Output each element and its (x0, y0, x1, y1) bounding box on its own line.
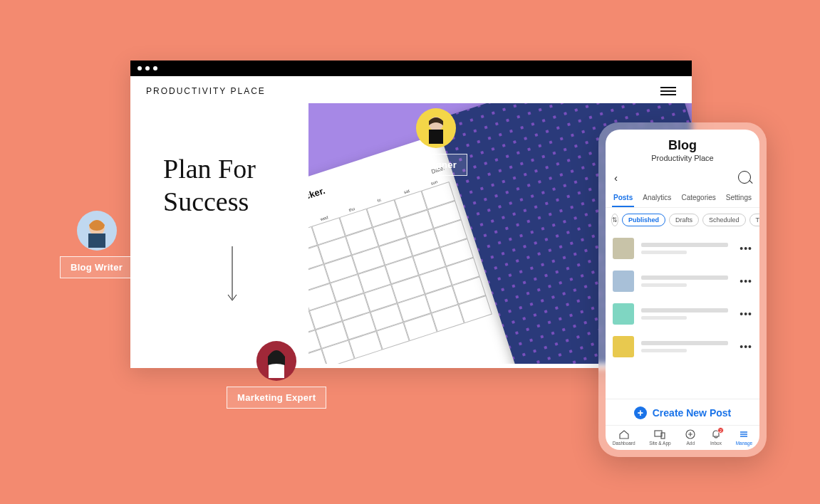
hero-left-panel: Plan For Success (130, 103, 308, 364)
site-header: PRODUCTIVITY PLACE (130, 76, 692, 103)
list-item[interactable]: ••• (613, 232, 752, 265)
tabbar-add[interactable]: Add (685, 429, 696, 446)
persona-designer: Designer (405, 108, 467, 176)
filter-icon[interactable]: ⇅ (611, 214, 618, 226)
tab-settings[interactable]: Settings (725, 191, 753, 207)
menu-lines-icon (738, 429, 749, 439)
persona-label: Blog Writer (60, 256, 133, 278)
plus-icon: + (634, 406, 647, 419)
mobile-subtitle: Productivity Place (606, 154, 759, 162)
home-icon (618, 429, 630, 439)
hero-line2: Success (163, 187, 249, 216)
mobile-nav-row: ‹ (606, 165, 759, 187)
tab-analytics[interactable]: Analytics (641, 191, 673, 207)
svg-rect-6 (269, 364, 284, 378)
mobile-post-list: ••• ••• ••• ••• (606, 232, 759, 399)
more-icon[interactable]: ••• (739, 308, 752, 320)
more-icon[interactable]: ••• (739, 243, 752, 254)
arrow-down-icon (227, 246, 237, 303)
devices-icon (654, 429, 665, 439)
persona-marketing-expert: Marketing Expert (227, 341, 326, 409)
back-icon[interactable]: ‹ (614, 172, 618, 184)
tab-categories[interactable]: Categories (680, 191, 717, 207)
post-thumbnail (613, 336, 634, 357)
svg-rect-2 (429, 130, 443, 144)
search-icon[interactable] (738, 171, 751, 184)
filter-drafts[interactable]: Drafts (669, 214, 699, 226)
post-text-placeholder (641, 275, 732, 287)
filter-scheduled[interactable]: Scheduled (702, 214, 746, 226)
avatar (256, 341, 296, 381)
post-thumbnail (613, 238, 634, 259)
traffic-light-dot (145, 66, 150, 70)
mobile-title: Blog (606, 138, 759, 153)
filter-trash[interactable]: Trash (749, 214, 759, 226)
traffic-light-dot (153, 66, 157, 70)
bell-icon: 2 (710, 429, 722, 439)
mobile-preview: Blog Productivity Place ‹ Posts Analytic… (598, 122, 767, 457)
persona-label: Designer (405, 154, 467, 176)
traffic-light-dot (137, 66, 142, 70)
list-item[interactable]: ••• (613, 298, 752, 330)
mobile-tabs: Posts Analytics Categories Settings (606, 187, 759, 208)
create-post-label: Create New Post (653, 407, 731, 419)
mobile-screen: Blog Productivity Place ‹ Posts Analytic… (606, 130, 759, 450)
create-post-button[interactable]: + Create New Post (606, 399, 759, 425)
mobile-tabbar: Dashboard Site & App Add 2 Inbox Manage (606, 425, 759, 450)
persona-blog-writer: Blog Writer (60, 211, 133, 278)
list-item[interactable]: ••• (613, 265, 752, 298)
avatar (77, 211, 117, 251)
tabbar-dashboard[interactable]: Dashboard (613, 429, 635, 446)
menu-icon[interactable] (660, 87, 676, 95)
tabbar-inbox[interactable]: 2 Inbox (710, 429, 722, 446)
avatar (416, 108, 456, 148)
hero-line1: Plan For (163, 154, 256, 184)
more-icon[interactable]: ••• (739, 341, 752, 352)
mobile-header: Blog Productivity Place (606, 130, 759, 165)
plus-circle-icon (685, 429, 696, 439)
post-text-placeholder (641, 308, 732, 320)
post-thumbnail (613, 303, 634, 325)
more-icon[interactable]: ••• (739, 275, 752, 287)
browser-title-bar (130, 61, 692, 76)
post-text-placeholder (641, 341, 732, 352)
tab-posts[interactable]: Posts (612, 191, 634, 207)
list-item[interactable]: ••• (613, 330, 752, 363)
post-text-placeholder (641, 243, 732, 254)
persona-label: Marketing Expert (227, 387, 326, 409)
notification-badge: 2 (717, 427, 724, 434)
site-brand: PRODUCTIVITY PLACE (146, 86, 266, 96)
svg-rect-4 (88, 233, 105, 248)
filter-published[interactable]: Published (622, 214, 665, 226)
hero-heading: Plan For Success (163, 153, 308, 218)
post-thumbnail (613, 271, 634, 292)
mobile-filter-row: ⇅ Published Drafts Scheduled Trash (606, 208, 759, 232)
tabbar-site-app[interactable]: Site & App (649, 429, 670, 446)
tabbar-manage[interactable]: Manage (736, 429, 753, 446)
